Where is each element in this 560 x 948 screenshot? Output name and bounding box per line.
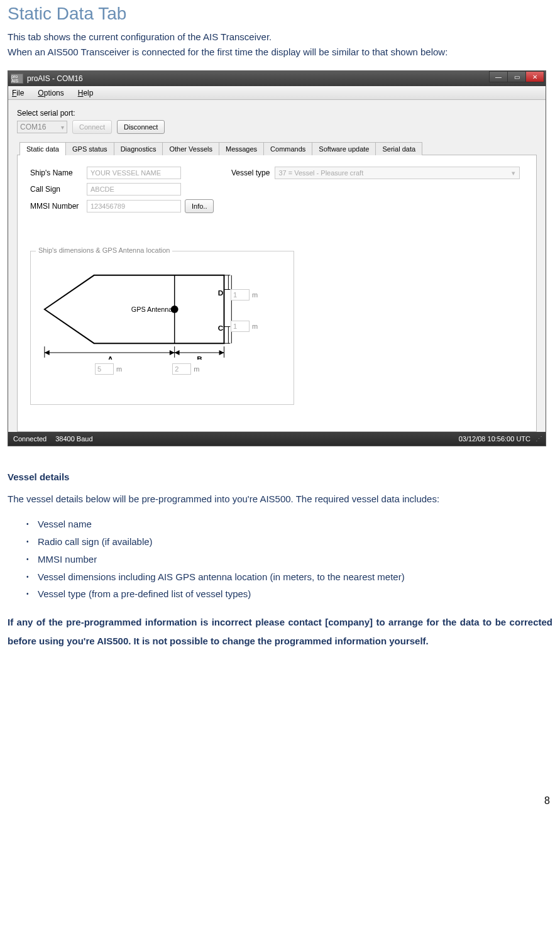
status-baud: 38400 Baud [55,435,92,443]
dim-b-unit: m [194,365,199,373]
mmsi-info-button[interactable]: Info.. [185,199,214,213]
dim-a-input[interactable]: 5 [95,363,114,375]
tab-diagnostics[interactable]: Diagnostics [114,142,163,155]
svg-marker-19 [219,350,224,355]
serial-port-combo[interactable]: COM16 [17,121,67,133]
disconnect-button[interactable]: Disconnect [117,120,165,134]
tab-serial-data[interactable]: Serial data [375,142,422,155]
vessel-details-intro: The vessel details below will be pre-pro… [8,493,552,504]
ship-dimensions-legend: Ship's dimensions & GPS Antenna location [36,246,172,254]
maximize-button[interactable]: ▭ [507,71,526,82]
page-number: 8 [8,795,552,807]
dim-d-input[interactable]: 1 [231,289,250,300]
list-item: MMSI number [26,551,552,568]
tab-static-data[interactable]: Static data [19,142,66,155]
tab-commands[interactable]: Commands [263,142,312,155]
tab-gps-status[interactable]: GPS status [65,142,114,155]
ship-dimensions-groupbox: Ship's dimensions & GPS Antenna location… [30,251,294,405]
dim-c-input[interactable]: 1 [231,321,250,332]
tab-messages[interactable]: Messages [219,142,264,155]
list-item: Radio call sign (if available) [26,533,552,551]
tab-software-update[interactable]: Software update [312,142,376,155]
status-connected: Connected [13,435,47,443]
svg-text:B: B [197,355,202,360]
dim-d-unit: m [252,291,258,299]
client-area: Select serial port: COM16 Connect Discon… [8,100,546,432]
ship-name-input[interactable]: YOUR VESSEL NAME [87,167,181,179]
statusbar: Connected 38400 Baud 03/12/08 10:56:00 U… [8,432,546,446]
tab-other-vessels[interactable]: Other Vessels [162,142,219,155]
dim-a-unit: m [116,365,122,373]
mmsi-label: MMSI Number [30,202,87,211]
app-window: pro AIS proAIS - COM16 — ▭ ✕ File Option… [8,70,546,446]
mmsi-input[interactable]: 123456789 [87,200,181,212]
menubar: File Options Help [8,86,546,100]
list-item: Vessel dimensions including AIS GPS ante… [26,568,552,586]
call-sign-label: Call Sign [30,185,87,194]
intro-line-2: When an AIS500 Transceiver is connected … [8,45,552,59]
svg-marker-16 [45,350,50,355]
svg-text:C: C [218,324,224,333]
close-button[interactable]: ✕ [525,71,544,82]
vessel-type-label: Vessel type [231,168,270,177]
window-title: proAIS - COM16 [27,74,83,83]
app-icon: pro AIS [11,74,23,84]
status-datetime: 03/12/08 10:56:00 UTC [459,435,530,443]
intro-line-1: This tab shows the current configuration… [8,30,552,43]
list-item: Vessel name [26,515,552,533]
call-sign-input[interactable]: ABCDE [87,183,181,196]
resize-grip-icon[interactable]: ⋰ [535,435,541,443]
ship-name-label: Ship's Name [30,168,87,177]
svg-marker-17 [170,350,175,355]
menu-options[interactable]: Options [38,89,63,97]
ship-diagram: GPS Antenna D C [38,259,286,360]
svg-text:A: A [107,355,113,360]
vessel-type-select[interactable]: 37 = Vessel - Pleasure craft [275,167,520,179]
vessel-details-list: Vessel name Radio call sign (if availabl… [8,515,552,603]
tab-panel-static-data: Ship's Name YOUR VESSEL NAME Call Sign A… [17,155,537,432]
svg-text:D: D [218,289,224,298]
warning-paragraph: If any of the pre-programmed information… [8,613,552,651]
vessel-details-heading: Vessel details [8,471,552,482]
menu-help[interactable]: Help [78,89,94,97]
gps-antenna-label: GPS Antenna [131,306,173,313]
svg-marker-18 [175,350,180,355]
minimize-button[interactable]: — [489,71,508,82]
connect-button[interactable]: Connect [72,120,112,134]
dim-b-input[interactable]: 2 [172,363,191,375]
port-label: Select serial port: [17,109,537,118]
titlebar: pro AIS proAIS - COM16 — ▭ ✕ [8,71,546,86]
dim-c-unit: m [252,322,258,330]
list-item: Vessel type (from a pre-defined list of … [26,585,552,603]
tab-strip: Static data GPS status Diagnostics Other… [17,141,537,155]
page-heading: Static Data Tab [8,4,552,24]
menu-file[interactable]: File [12,89,24,97]
